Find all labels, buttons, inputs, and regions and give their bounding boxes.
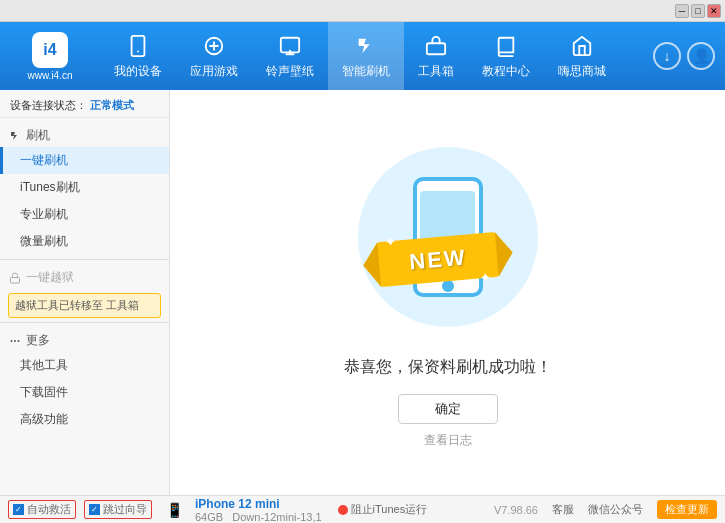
lock-icon [8, 271, 22, 285]
checkbox-auto-rescue[interactable]: 自动救活 [8, 500, 76, 519]
header: i4 www.i4.cn 我的设备 应用游戏 铃声壁纸 [0, 22, 725, 90]
toolbox-icon [422, 32, 450, 60]
confirm-button[interactable]: 确定 [398, 394, 498, 424]
sidebar-item-itunes-flash[interactable]: iTunes刷机 [0, 174, 169, 201]
illustration: ✦ NEW ✦ [348, 137, 548, 337]
user-button[interactable]: 👤 [687, 42, 715, 70]
phone-icon [124, 32, 152, 60]
sidebar-item-one-key-flash[interactable]: 一键刷机 [0, 147, 169, 174]
nav-items: 我的设备 应用游戏 铃声壁纸 智能刷机 工具箱 [100, 22, 653, 90]
nav-item-smart-flash[interactable]: 智能刷机 [328, 22, 404, 90]
device-info: iPhone 12 mini 64GB Down-12mini-13,1 [195, 497, 322, 523]
book-icon [492, 32, 520, 60]
illus-banner: ✦ NEW ✦ [376, 231, 499, 286]
bottom-left: 自动救活 跳过向导 📱 iPhone 12 mini 64GB Down-12m… [8, 497, 494, 523]
apps-icon [200, 32, 228, 60]
sidebar: 设备连接状态： 正常模式 刷机 一键刷机 iTunes刷机 专业刷机 微量刷机 [0, 90, 170, 495]
sidebar-item-download-firmware[interactable]: 下载固件 [0, 379, 169, 406]
checkbox-skip-wizard[interactable]: 跳过向导 [84, 500, 152, 519]
title-bar: ─ □ ✕ [0, 0, 725, 22]
bottom-bar: 自动救活 跳过向导 📱 iPhone 12 mini 64GB Down-12m… [0, 495, 725, 523]
store-icon [568, 32, 596, 60]
goto-log-link[interactable]: 查看日志 [424, 432, 472, 449]
divider-1 [0, 259, 169, 260]
update-button[interactable]: 检查更新 [657, 500, 717, 519]
header-right: ↓ 👤 [653, 42, 725, 70]
divider-2 [0, 322, 169, 323]
svg-rect-0 [132, 36, 145, 56]
main: 设备连接状态： 正常模式 刷机 一键刷机 iTunes刷机 专业刷机 微量刷机 [0, 90, 725, 495]
flash-small-icon [8, 129, 22, 143]
nav-item-ringtones[interactable]: 铃声壁纸 [252, 22, 328, 90]
bottom-right: V7.98.66 客服 微信公众号 检查更新 [494, 500, 717, 519]
stop-icon [338, 505, 348, 515]
svg-point-7 [18, 340, 20, 342]
minimize-button[interactable]: ─ [675, 4, 689, 18]
star-left: ✦ [383, 232, 396, 249]
status-bar: 设备连接状态： 正常模式 [0, 94, 169, 118]
download-button[interactable]: ↓ [653, 42, 681, 70]
flash-icon [352, 32, 380, 60]
svg-point-5 [11, 340, 13, 342]
content-area: ✦ NEW ✦ 恭喜您，保资料刷机成功啦！ 确定 查看日志 [170, 90, 725, 495]
nav-item-toolbox[interactable]: 工具箱 [404, 22, 468, 90]
nav-item-apps-games[interactable]: 应用游戏 [176, 22, 252, 90]
skip-wizard-checkbox[interactable] [89, 504, 100, 515]
logo-text: www.i4.cn [27, 70, 72, 81]
sidebar-item-pro-flash[interactable]: 专业刷机 [0, 201, 169, 228]
service-link[interactable]: 客服 [552, 502, 574, 517]
sidebar-item-wipe-flash[interactable]: 微量刷机 [0, 228, 169, 255]
sidebar-item-advanced[interactable]: 高级功能 [0, 406, 169, 433]
jailbreak-notice: 越狱工具已转移至 工具箱 [8, 293, 161, 318]
auto-rescue-checkbox[interactable] [13, 504, 24, 515]
success-message: 恭喜您，保资料刷机成功啦！ [344, 357, 552, 378]
stop-itunes[interactable]: 阻止iTunes运行 [338, 502, 428, 517]
sidebar-section-more: 更多 [0, 327, 169, 352]
nav-item-my-device[interactable]: 我的设备 [100, 22, 176, 90]
svg-rect-3 [427, 43, 445, 54]
close-button[interactable]: ✕ [707, 4, 721, 18]
version-label: V7.98.66 [494, 504, 538, 516]
wechat-link[interactable]: 微信公众号 [588, 502, 643, 517]
svg-rect-4 [11, 277, 20, 283]
device-phone-icon: 📱 [166, 502, 183, 518]
device-section: 📱 iPhone 12 mini 64GB Down-12mini-13,1 [166, 497, 322, 523]
logo-area: i4 www.i4.cn [0, 32, 100, 81]
sidebar-section-jailbreak: 一键越狱 [0, 264, 169, 289]
more-icon [8, 334, 22, 348]
sidebar-item-other-tools[interactable]: 其他工具 [0, 352, 169, 379]
svg-point-6 [14, 340, 16, 342]
star-right: ✦ [479, 269, 492, 286]
nav-item-tutorial[interactable]: 教程中心 [468, 22, 544, 90]
music-icon [276, 32, 304, 60]
nav-item-store[interactable]: 嗨思商城 [544, 22, 620, 90]
sidebar-section-flash: 刷机 [0, 122, 169, 147]
maximize-button[interactable]: □ [691, 4, 705, 18]
logo-icon: i4 [32, 32, 68, 68]
